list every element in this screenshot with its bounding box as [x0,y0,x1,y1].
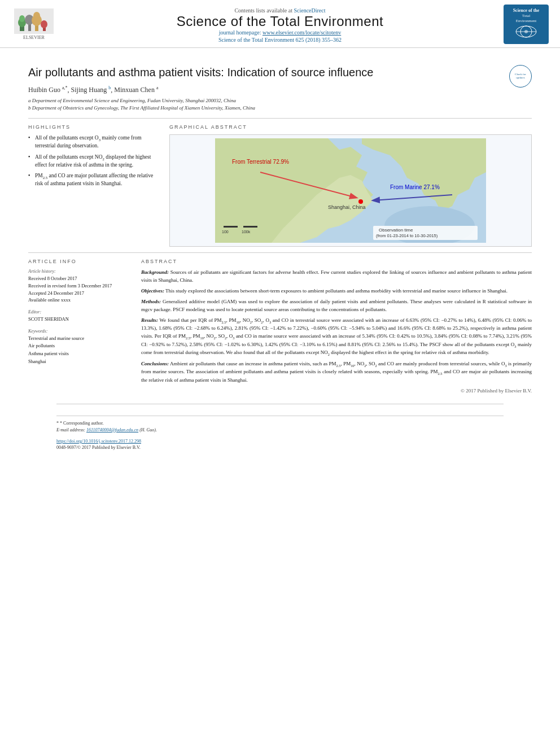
keywords-label: Keywords: [28,329,130,334]
article-info-col: ARTICLE INFO Article history: Received 8… [28,259,130,395]
abstract-results: Results: We found that per IQR of PM2.5,… [141,317,532,357]
objectives-label: Objectives: [141,288,164,294]
svg-point-9 [41,20,47,28]
editor-label: Editor: [28,309,130,314]
sciencedirect-link[interactable]: ScienceDirect [294,7,325,14]
history-label: Article history: [28,269,130,274]
highlight-item-3: PM2.5 and CO are major pollutant affecti… [28,172,158,188]
svg-point-7 [33,12,40,20]
journal-homepage: journal homepage: www.elsevier.com/locat… [56,29,504,36]
issn-line: 0048-9697/© 2017 Published by Elsevier B… [56,445,504,450]
affil-b: b Department of Obstetrics and Gynecolog… [28,105,501,111]
abstract-col: ABSTRACT Background: Sources of air poll… [141,259,532,395]
abstract-objectives: Objectives: This study explored the asso… [141,287,532,295]
highlights-graphical-section: HIGHLIGHTS All of the pollutants except … [28,124,532,247]
affil-a: a Department of Environmental Science an… [28,98,501,103]
email-footnote: E-mail address: 16110740004@fudan.edu.cn… [56,427,504,433]
results-text: We found that per IQR of PM2.5, PM10, NO… [141,317,532,356]
graphical-abstract-header: GRAPHICAL ABSTRACT [169,124,532,130]
abstract-conclusions: Conclusions: Ambient air pollutants that… [141,360,532,385]
results-label: Results: [141,317,158,323]
conclusions-label: Conclusions: [141,361,169,366]
keyword-4: Shanghai [28,358,130,366]
svg-point-13 [524,30,528,33]
article-title: Air pollutants and asthma patient visits… [28,65,501,80]
svg-rect-27 [243,226,257,228]
email-address[interactable]: 16110740004@fudan.edu.cn [86,427,138,433]
revised-date: Received in revised form 3 December 2017 [28,282,130,290]
author-sup-a2: a [156,85,159,90]
keyword-1: Terrestrial and marine source [28,335,130,343]
contents-line: Contents lists available at ScienceDirec… [56,7,504,14]
journal-issue-link[interactable]: Science of the Total Environment 625 (20… [56,37,504,43]
corresponding-label: * Corresponding author. [60,421,104,426]
highlights-list: All of the pollutants except O3 mainly c… [28,134,158,188]
journal-header: ELSEVIER Contents lists available at Sci… [0,0,560,48]
highlights-col: HIGHLIGHTS All of the pollutants except … [28,124,158,247]
author-sep1: , Sijing Huang [68,86,109,94]
svg-text:100: 100 [222,230,229,234]
online-date: Available online xxxx [28,296,130,304]
svg-text:Observation time: Observation time [379,228,413,233]
graphical-abstract-figure: From Terrestrial 72.9% From Marine 27.1%… [169,134,532,247]
conclusions-text: Ambient air pollutants that cause an inc… [141,361,532,383]
received-date: Received 8 October 2017 [28,275,130,282]
authors-line: Huibin Guo a,*, Sijing Huang b, Minxuan … [28,85,501,94]
page: ELSEVIER Contents lists available at Sci… [0,0,560,747]
abstract-methods: Methods: Generalized additive model (GAM… [141,298,532,314]
email-label: E-mail address: [56,427,85,433]
doi-section: https://doi.org/10.1016/j.scitotenv.2017… [56,438,504,444]
journal-header-center: Contents lists available at ScienceDirec… [56,6,504,43]
article-content: Air pollutants and asthma patient visits… [0,48,560,466]
contents-label: Contents lists available at [234,7,292,14]
elsevier-logo-image [14,8,54,34]
journal-name: Science of the Total Environment [56,14,504,29]
check-updates-badge: Check for updates [509,65,532,88]
methods-label: Methods: [141,299,161,304]
article-keywords: Keywords: Terrestrial and marine source … [28,329,130,365]
article-info-header: ARTICLE INFO [28,259,130,264]
doi-link[interactable]: https://doi.org/10.1016/j.scitotenv.2017… [56,439,141,444]
svg-text:(from 01-23-2014 to 10-30-2015: (from 01-23-2014 to 10-30-2015) [376,233,438,238]
author-huibin: Huibin Guo [28,86,62,94]
footer-divider [56,416,504,416]
elsevier-logo: ELSEVIER [11,8,56,40]
article-history: Article history: Received 8 October 2017… [28,269,130,304]
abstract-text: Background: Sources of air pollutants ar… [141,269,532,395]
article-info-abstract-section: ARTICLE INFO Article history: Received 8… [28,259,532,395]
article-editor: Editor: SCOTT SHERIDAN [28,309,130,323]
homepage-label: journal homepage: [219,29,261,36]
author-sep2: , Minxuan Chen [111,86,156,94]
svg-point-24 [358,199,363,204]
svg-text:Shanghai, China: Shanghai, China [328,204,366,210]
svg-text:100k: 100k [242,230,251,234]
divider-after-authors [28,118,532,119]
methods-text: Generalized additive model (GAM) was use… [141,299,532,312]
abstract-background: Background: Sources of air pollutants ar… [141,269,532,285]
editor-name: SCOTT SHERIDAN [28,316,130,323]
highlight-item-1: All of the pollutants except O3 mainly c… [28,134,158,150]
svg-text:From Marine 27.1%: From Marine 27.1% [390,184,440,190]
homepage-url[interactable]: www.elsevier.com/locate/scitotenv [262,29,341,36]
highlights-header: HIGHLIGHTS [28,124,158,130]
author-sup-a: a,* [62,85,68,90]
keyword-2: Air pollutants [28,342,130,350]
background-text: Sources of air pollutants are significan… [141,269,532,283]
svg-point-2 [19,15,25,22]
svg-rect-25 [224,226,238,228]
highlight-item-2: All of the pollutants except NO2 display… [28,154,158,169]
corresponding-note: * * Corresponding author. [56,421,504,426]
keyword-3: Asthma patient visits [28,350,130,358]
science-total-env-logo: Science of the Total Environment [504,5,549,44]
graphical-abstract-col: GRAPHICAL ABSTRACT [169,124,532,247]
svg-text:From Terrestrial 72.9%: From Terrestrial 72.9% [232,159,289,165]
article-footer: * * Corresponding author. E-mail address… [56,404,504,457]
abstract-header: ABSTRACT [141,259,532,264]
accepted-date: Accepted 24 December 2017 [28,290,130,297]
background-label: Background: [141,269,169,275]
map-svg: From Terrestrial 72.9% From Marine 27.1%… [173,138,528,243]
copyright: © 2017 Published by Elsevier B.V. [141,387,532,395]
objectives-text: This study explored the associations bet… [165,288,508,294]
elsevier-label: ELSEVIER [23,35,45,40]
divider-highlights-info [28,252,532,253]
